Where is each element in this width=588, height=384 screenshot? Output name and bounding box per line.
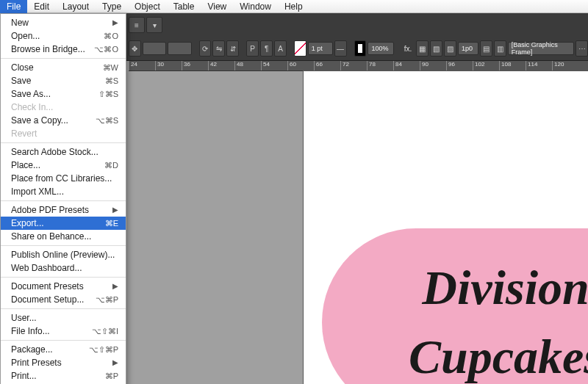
anchor-icon[interactable]: ✥ <box>129 40 141 57</box>
ruler-tick: 84 <box>393 61 420 70</box>
menu-item-label: Open... <box>11 30 40 42</box>
fill-swatch[interactable] <box>354 40 367 57</box>
menu-item-save-a-copy[interactable]: Save a Copy...⌥⌘S <box>1 114 126 127</box>
menu-layout[interactable]: Layout <box>56 0 96 13</box>
menu-item-label: File Info... <box>11 325 50 337</box>
grid-icon[interactable]: ▤ <box>480 40 492 57</box>
menu-item-save[interactable]: Save⌘S <box>1 74 126 87</box>
paragraph-controls-icon[interactable]: ≡ <box>129 17 145 33</box>
ruler-tick: 54 <box>261 61 287 70</box>
menu-item-publish-online-preview[interactable]: Publish Online (Preview)... <box>1 248 126 261</box>
ruler-tick: 66 <box>314 61 340 70</box>
flip-h-icon[interactable]: ⇋ <box>212 40 225 57</box>
menu-item-shortcut: ⌥⌘S <box>96 115 118 126</box>
submenu-arrow-icon: ▶ <box>112 17 118 29</box>
menu-table[interactable]: Table <box>167 0 201 13</box>
object-style-field[interactable]: [Basic Graphics Frame] <box>508 42 574 55</box>
menu-item-place-from-cc-libraries[interactable]: Place from CC Libraries... <box>1 172 126 185</box>
more-icon[interactable]: ⋯ <box>576 40 588 57</box>
menu-item-file-info[interactable]: File Info...⌥⇧⌘I <box>1 325 126 338</box>
stroke-weight-field[interactable]: 1 pt <box>308 42 333 55</box>
menu-item-label: Print Presets <box>11 357 62 369</box>
menu-help[interactable]: Help <box>278 0 309 13</box>
menu-item-label: Browse in Bridge... <box>11 43 85 55</box>
submenu-arrow-icon: ▶ <box>112 204 118 216</box>
menu-item-label: Search Adobe Stock... <box>11 146 98 158</box>
submenu-arrow-icon: ▶ <box>112 357 118 369</box>
menu-item-shortcut: ⌘E <box>105 217 118 229</box>
ruler-tick: 114 <box>526 61 552 70</box>
menu-item-print-presets[interactable]: Print Presets▶ <box>1 356 126 369</box>
submenu-arrow-icon: ▶ <box>112 280 118 292</box>
menu-object[interactable]: Object <box>128 0 167 13</box>
x-field[interactable] <box>143 42 166 55</box>
menu-item-browse-in-bridge[interactable]: Browse in Bridge...⌥⌘O <box>1 43 126 56</box>
menu-item-label: Import XML... <box>11 186 64 198</box>
menu-item-search-adobe-stock[interactable]: Search Adobe Stock... <box>1 145 126 159</box>
menu-item-shortcut: ⌘D <box>104 159 118 171</box>
menu-item-label: User... <box>11 312 37 324</box>
menu-item-adobe-pdf-presets[interactable]: Adobe PDF Presets▶ <box>1 203 126 217</box>
menu-item-close[interactable]: Close⌘W <box>1 61 126 74</box>
ruler-tick: 30 <box>155 61 182 70</box>
menu-item-label: Place from CC Libraries... <box>11 173 112 184</box>
menu-item-document-presets[interactable]: Document Presets▶ <box>1 280 126 293</box>
menu-item-import-xml[interactable]: Import XML... <box>1 185 126 198</box>
menu-item-share-on-behance[interactable]: Share on Behance... <box>1 230 126 243</box>
ruler-tick: 120 <box>552 61 578 70</box>
ruler-tick: 42 <box>208 61 234 70</box>
menu-item-label: New <box>11 17 29 29</box>
menu-item-label: Save a Copy... <box>11 115 68 126</box>
menu-edit[interactable]: Edit <box>27 0 56 13</box>
menu-item-save-as[interactable]: Save As...⇧⌘S <box>1 87 126 101</box>
menu-item-label: Export... <box>11 217 44 229</box>
zoom-field[interactable]: 100% <box>368 42 393 55</box>
menu-item-label: Print... <box>11 370 37 382</box>
ruler-tick: 48 <box>234 61 261 70</box>
ruler-tick: 24 <box>129 61 155 70</box>
y-field[interactable] <box>168 42 191 55</box>
menu-item-shortcut: ⌘O <box>104 30 118 42</box>
menu-item-label: Package... <box>11 344 53 355</box>
wrap3-icon[interactable]: ▨ <box>444 40 456 57</box>
menu-item-document-setup[interactable]: Document Setup...⌥⌘P <box>1 293 126 306</box>
menu-item-shortcut: ⌥⌘P <box>96 294 118 305</box>
ruler-tick: 108 <box>499 61 526 70</box>
wrap-icon[interactable]: ▦ <box>416 40 429 57</box>
menu-item-label: Save <box>11 75 31 87</box>
menu-item-print[interactable]: Print...⌘P <box>1 369 126 383</box>
menu-file[interactable]: File <box>0 0 27 13</box>
char-icon[interactable]: P <box>246 40 259 57</box>
menu-item-package[interactable]: Package...⌥⇧⌘P <box>1 343 126 356</box>
menu-item-export[interactable]: Export...⌘E <box>1 217 126 230</box>
text-icon[interactable]: A <box>274 40 287 57</box>
flip-v-icon[interactable]: ⇵ <box>226 40 239 57</box>
menu-item-place[interactable]: Place...⌘D <box>1 159 126 172</box>
dropdown-icon[interactable]: ▾ <box>146 17 162 33</box>
menu-type[interactable]: Type <box>96 0 128 13</box>
stroke-swatch[interactable] <box>294 40 306 57</box>
menu-item-user[interactable]: User... <box>1 311 126 325</box>
grid2-icon[interactable]: ▥ <box>494 40 506 57</box>
page-field[interactable]: 1p0 <box>458 42 478 55</box>
rotate-icon[interactable]: ⟳ <box>199 40 212 57</box>
ruler-tick: 90 <box>420 61 446 70</box>
menu-item-label: Share on Behance... <box>11 231 91 242</box>
para-icon[interactable]: ¶ <box>260 40 273 57</box>
menu-view[interactable]: View <box>201 0 233 13</box>
menu-item-revert: Revert <box>1 127 126 140</box>
menu-item-web-dashboard[interactable]: Web Dashboard... <box>1 261 126 275</box>
stroke-style-icon[interactable]: — <box>334 40 347 57</box>
wrap2-icon[interactable]: ▧ <box>430 40 442 57</box>
menu-window[interactable]: Window <box>233 0 278 13</box>
artwork-text-line2: Cupcakes <box>409 329 588 384</box>
menu-item-label: Save As... <box>11 88 51 100</box>
menu-item-new[interactable]: New▶ <box>1 16 126 29</box>
menu-item-label: Publish Online (Preview)... <box>11 249 115 261</box>
menu-item-label: Check In... <box>11 101 53 113</box>
rounded-rectangle-graphic[interactable]: Division Cupcakes <box>322 228 588 384</box>
menu-bar: FileEditLayoutTypeObjectTableViewWindowH… <box>0 0 588 13</box>
menu-item-label: Document Presets <box>11 280 84 292</box>
menu-item-open[interactable]: Open...⌘O <box>1 29 126 43</box>
ruler-tick: 36 <box>182 61 208 70</box>
